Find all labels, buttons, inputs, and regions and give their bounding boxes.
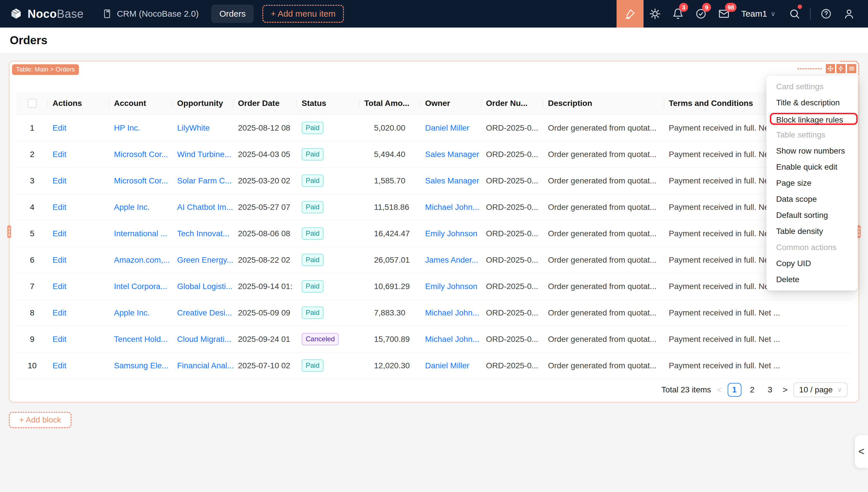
pagination-prev-button[interactable]: < (717, 385, 722, 395)
linkage-rules-icon[interactable] (837, 64, 846, 73)
search-icon (789, 8, 800, 20)
edit-link[interactable]: Edit (52, 361, 66, 370)
edit-link[interactable]: Edit (52, 123, 66, 132)
logo-cube-icon (9, 7, 23, 21)
team-selector[interactable]: Team1 ∨ (741, 9, 775, 19)
pagination-next-button[interactable]: > (783, 385, 788, 395)
menu-item-table-density[interactable]: Table density (766, 223, 858, 239)
owner-link[interactable]: Daniel Miller (425, 361, 469, 370)
column-header-description[interactable]: Description (543, 93, 664, 114)
ui-editor-toggle-button[interactable] (617, 0, 644, 28)
opportunity-link[interactable]: Solar Farm C... (177, 176, 232, 186)
brand-name: NocoBase (28, 7, 83, 20)
owner-link[interactable]: Michael John... (425, 335, 479, 344)
order_number-cell: ORD-2025-0... (481, 141, 543, 167)
column-header-actions[interactable]: Actions (48, 93, 109, 114)
nocobase-logo[interactable]: NocoBase (9, 7, 83, 21)
edit-link[interactable]: Edit (52, 150, 66, 159)
edit-link[interactable]: Edit (52, 229, 66, 238)
opportunity-link[interactable]: Cloud Migrati... (177, 335, 231, 344)
page-size-select[interactable]: 10 / page ∨ (793, 383, 848, 397)
drag-handle-icon[interactable] (826, 64, 835, 73)
account-link[interactable]: Apple Inc. (114, 308, 150, 318)
opportunity-link[interactable]: Wind Turbine... (177, 150, 231, 159)
menu-item-default-sorting[interactable]: Default sorting (766, 207, 858, 223)
account-link[interactable]: Tencent Hold... (114, 335, 168, 344)
settings-gear-button[interactable] (644, 0, 667, 28)
nav-tab-orders[interactable]: Orders (211, 5, 254, 23)
help-button[interactable] (815, 0, 838, 28)
account-link[interactable]: HP Inc. (114, 123, 140, 132)
pagination-page-3[interactable]: 3 (763, 383, 777, 397)
edit-link[interactable]: Edit (52, 176, 66, 186)
menu-item-enable-quick-edit[interactable]: Enable quick edit (766, 159, 858, 175)
column-header-order_date[interactable]: Order Date (233, 93, 297, 114)
messages-button[interactable]: 98 (713, 0, 736, 28)
column-header-opportunity[interactable]: Opportunity (173, 93, 233, 114)
menu-item-page-size[interactable]: Page size (766, 175, 858, 191)
pagination-page-1[interactable]: 1 (728, 383, 741, 397)
status-badge: Paid (302, 280, 323, 293)
account-link[interactable]: Microsoft Cor... (114, 176, 168, 186)
edit-link[interactable]: Edit (52, 335, 66, 344)
menu-item-data-scope[interactable]: Data scope (766, 191, 858, 207)
owner-link[interactable]: Michael John... (425, 203, 479, 212)
add-block-button[interactable]: + Add block (9, 412, 72, 428)
opportunity-link[interactable]: Tech Innovat... (177, 229, 229, 238)
owner-link[interactable]: Sales Manager (425, 150, 479, 159)
block-resize-handle-left[interactable] (7, 225, 11, 238)
column-header-total_amount[interactable]: Total Amo... (359, 93, 421, 114)
owner-link[interactable]: Michael John... (425, 308, 479, 318)
status-cell: Paid (297, 273, 359, 299)
account-link[interactable]: Apple Inc. (114, 203, 150, 212)
menu-item-show-row-numbers[interactable]: Show row numbers (766, 143, 858, 159)
owner-link[interactable]: Emily Johnson (425, 282, 477, 291)
notifications-button[interactable]: 3 (667, 0, 690, 28)
pagination-page-2[interactable]: 2 (745, 383, 759, 397)
owner-link[interactable]: Daniel Miller (425, 123, 469, 132)
account-link[interactable]: Samsung Ele... (114, 361, 169, 370)
nav-tab-orders-label: Orders (219, 9, 246, 19)
opportunity-link[interactable]: Global Logisti... (177, 282, 232, 291)
tasks-button[interactable]: 9 (690, 0, 713, 28)
select-all-header-cell[interactable] (16, 93, 48, 114)
account-link[interactable]: Intel Corpora... (114, 282, 167, 291)
edit-link[interactable]: Edit (52, 255, 66, 265)
menu-item-block-linkage-rules[interactable]: Block linkage rules (770, 113, 858, 125)
select-all-checkbox[interactable] (28, 99, 37, 108)
description-cell: Order generated from quotat... (543, 247, 664, 273)
menu-item-title-description[interactable]: Title & description (766, 95, 858, 111)
opportunity-link[interactable]: Green Energy... (177, 255, 233, 265)
opportunity-cell: Wind Turbine... (173, 141, 233, 167)
edit-link[interactable]: Edit (52, 308, 66, 318)
owner-link[interactable]: Sales Manager (425, 176, 479, 186)
opportunity-link[interactable]: Financial Anal... (177, 361, 233, 370)
owner-link[interactable]: James Ander... (425, 255, 478, 265)
chevron-left-icon: < (858, 445, 864, 458)
opportunity-link[interactable]: LilyWhite (177, 123, 210, 132)
add-menu-item-button[interactable]: + Add menu item (262, 5, 344, 23)
column-header-order_number[interactable]: Order Nu... (481, 93, 543, 114)
account-link[interactable]: Microsoft Cor... (114, 150, 168, 159)
edit-link[interactable]: Edit (52, 282, 66, 291)
select-cell: 4 (16, 194, 48, 220)
opportunity-link[interactable]: Creative Desi... (177, 308, 232, 318)
edit-link[interactable]: Edit (52, 203, 66, 212)
menu-item-delete[interactable]: Delete (766, 272, 858, 288)
table-row: 6EditAmazon.com,...Green Energy...2025-0… (16, 247, 852, 273)
account-link[interactable]: Amazon.com,... (114, 255, 170, 265)
column-header-status[interactable]: Status (297, 93, 359, 114)
column-header-account[interactable]: Account (109, 93, 173, 114)
owner-link[interactable]: Emily Johnson (425, 229, 477, 238)
app-menu-crm[interactable]: CRM (NocoBase 2.0) (102, 8, 199, 19)
search-button[interactable] (783, 0, 806, 28)
menu-item-copy-uid[interactable]: Copy UID (766, 255, 858, 272)
user-avatar-button[interactable] (838, 0, 861, 28)
block-settings-menu-icon[interactable] (847, 64, 856, 73)
account-link[interactable]: International ... (114, 229, 167, 238)
drawer-toggle-button[interactable]: < (855, 435, 868, 468)
status-cell: Paid (297, 300, 359, 326)
designer-dashed-line (797, 68, 822, 69)
column-header-owner[interactable]: Owner (421, 93, 481, 114)
opportunity-link[interactable]: AI Chatbot Im... (177, 203, 233, 212)
